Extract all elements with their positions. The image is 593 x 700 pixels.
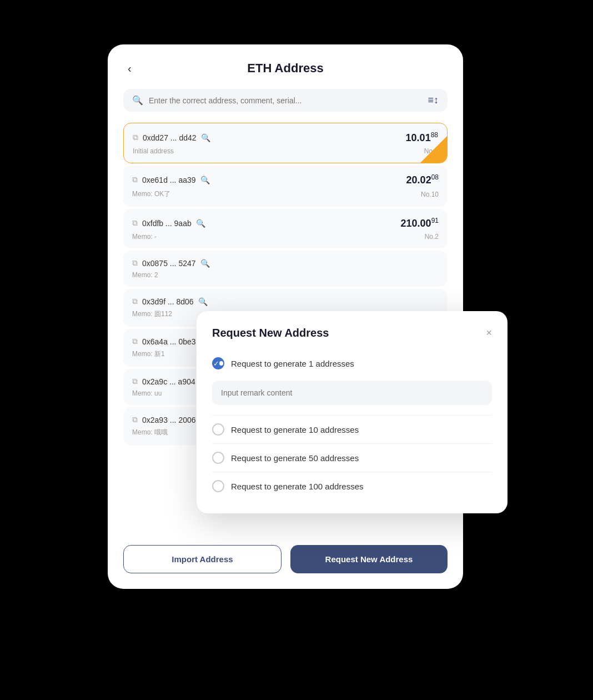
search-input[interactable] bbox=[149, 96, 422, 105]
radio-label-100: Request to generate 100 addresses bbox=[231, 482, 364, 491]
request-new-address-button[interactable]: Request New Address bbox=[290, 545, 448, 573]
divider-1 bbox=[212, 415, 492, 416]
app-container: ‹ ETH Address 🔍 ≡↕ ⧉ 0xdd27 ... dd42 🔍 1… bbox=[108, 44, 485, 656]
request-new-address-modal: Request New Address × ✓ Request to gener… bbox=[197, 311, 507, 513]
address-card-2[interactable]: ⧉ 0xe61d ... aa39 🔍 20.0208 Memo: OK了 No… bbox=[123, 166, 448, 207]
address-text-4: 0x0875 ... 5247 bbox=[142, 259, 196, 268]
divider-2 bbox=[212, 443, 492, 444]
amount-3: 210.0091 bbox=[401, 217, 439, 229]
radio-icon-100 bbox=[212, 480, 224, 492]
address-text-6: 0x6a4a ... 0be3 bbox=[142, 337, 196, 346]
divider-3 bbox=[212, 472, 492, 472]
corner-triangle-1 bbox=[420, 136, 447, 163]
address-text-2: 0xe61d ... aa39 bbox=[142, 176, 196, 184]
search-addr-icon-4[interactable]: 🔍 bbox=[200, 259, 210, 268]
radio-option-100[interactable]: Request to generate 100 addresses bbox=[212, 474, 492, 498]
copy-icon-2[interactable]: ⧉ bbox=[132, 175, 138, 184]
radio-icon-50 bbox=[212, 452, 224, 464]
copy-icon-5[interactable]: ⧉ bbox=[132, 297, 138, 306]
no-badge-2: No.10 bbox=[421, 191, 439, 198]
search-addr-icon-3[interactable]: 🔍 bbox=[196, 219, 205, 228]
address-text-3: 0xfdfb ... 9aab bbox=[142, 219, 192, 228]
modal-header: Request New Address × bbox=[212, 327, 492, 339]
radio-label-1: Request to generate 1 addresses bbox=[231, 359, 354, 368]
modal-close-button[interactable]: × bbox=[486, 327, 492, 339]
radio-option-10[interactable]: Request to generate 10 addresses bbox=[212, 418, 492, 441]
address-text-7: 0x2a9c ... a904 bbox=[142, 377, 195, 386]
memo-5: Memo: 圆112 bbox=[132, 309, 172, 319]
radio-label-10: Request to generate 10 addresses bbox=[231, 425, 359, 434]
memo-1: Initial address bbox=[133, 147, 174, 155]
back-button[interactable]: ‹ bbox=[123, 60, 136, 77]
address-card-4[interactable]: ⧉ 0x0875 ... 5247 🔍 Memo: 2 bbox=[123, 251, 448, 287]
radio-label-50: Request to generate 50 addresses bbox=[231, 453, 359, 463]
memo-4: Memo: 2 bbox=[132, 271, 158, 279]
address-card-3[interactable]: ⧉ 0xfdfb ... 9aab 🔍 210.0091 Memo: - No.… bbox=[123, 209, 448, 248]
search-addr-icon-1[interactable]: 🔍 bbox=[201, 133, 210, 142]
search-addr-icon-5[interactable]: 🔍 bbox=[198, 297, 208, 306]
copy-icon-1[interactable]: ⧉ bbox=[133, 133, 138, 142]
search-bar: 🔍 ≡↕ bbox=[123, 89, 448, 112]
radio-checked-icon-1: ✓ bbox=[212, 357, 224, 369]
header: ‹ ETH Address bbox=[123, 61, 448, 76]
radio-icon-10 bbox=[212, 423, 224, 436]
amount-2: 20.0208 bbox=[406, 173, 439, 186]
memo-7: Memo: uu bbox=[132, 389, 162, 397]
radio-option-1[interactable]: ✓ Request to generate 1 addresses bbox=[212, 352, 492, 375]
import-address-button[interactable]: Import Address bbox=[123, 545, 282, 573]
memo-8: Memo: 哦哦 bbox=[132, 428, 168, 437]
address-text-8: 0x2a93 ... 2006 bbox=[142, 416, 196, 424]
address-text-1: 0xdd27 ... dd42 bbox=[143, 133, 197, 142]
address-text-5: 0x3d9f ... 8d06 bbox=[142, 297, 194, 306]
search-icon: 🔍 bbox=[132, 95, 143, 106]
copy-icon-7[interactable]: ⧉ bbox=[132, 377, 138, 386]
memo-3: Memo: - bbox=[132, 233, 157, 241]
filter-icon[interactable]: ≡↕ bbox=[428, 94, 439, 106]
modal-title: Request New Address bbox=[212, 327, 329, 339]
copy-icon-8[interactable]: ⧉ bbox=[132, 415, 138, 424]
copy-icon-4[interactable]: ⧉ bbox=[132, 258, 138, 268]
memo-6: Memo: 新1 bbox=[132, 349, 165, 359]
copy-icon-3[interactable]: ⧉ bbox=[132, 218, 138, 228]
copy-icon-6[interactable]: ⧉ bbox=[132, 337, 138, 346]
page-title: ETH Address bbox=[247, 61, 323, 76]
footer-buttons: Import Address Request New Address bbox=[123, 545, 448, 573]
remark-input[interactable] bbox=[212, 381, 492, 405]
address-card-1[interactable]: ⧉ 0xdd27 ... dd42 🔍 10.0188 Initial addr… bbox=[123, 123, 448, 163]
memo-2: Memo: OK了 bbox=[132, 189, 170, 199]
no-badge-3: No.2 bbox=[425, 233, 439, 241]
radio-option-50[interactable]: Request to generate 50 addresses bbox=[212, 446, 492, 469]
search-addr-icon-2[interactable]: 🔍 bbox=[200, 176, 210, 184]
